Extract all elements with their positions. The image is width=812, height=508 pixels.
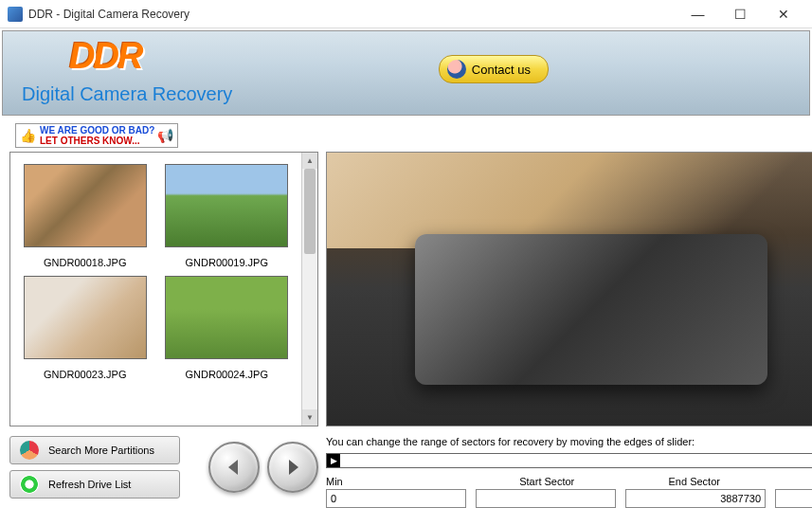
- scroll-grip[interactable]: [304, 169, 316, 254]
- logo-text: DDR: [69, 36, 141, 77]
- start-sector-label: Start Sector: [474, 476, 622, 487]
- header-banner: DDR Digital Camera Recovery Contact us: [2, 30, 810, 116]
- search-partitions-button[interactable]: Search More Partitions: [9, 436, 180, 464]
- thumbnail-item[interactable]: GNDR00018.JPG: [16, 164, 154, 268]
- pie-chart-icon: [20, 441, 39, 460]
- thumbnail-filename: GNDR00018.JPG: [16, 257, 154, 268]
- contact-us-button[interactable]: Contact us: [439, 55, 549, 83]
- app-icon: [8, 7, 23, 22]
- sector-description: You can change the range of sectors for …: [326, 436, 812, 447]
- thumbnail-image: [165, 276, 288, 359]
- next-button[interactable]: [267, 442, 318, 493]
- arrow-left-icon: [223, 456, 245, 479]
- sector-panel: You can change the range of sectors for …: [326, 436, 812, 508]
- window-title: DDR - Digital Camera Recovery: [28, 8, 677, 21]
- megaphone-icon: 📢: [157, 128, 173, 143]
- min-label: Min: [326, 476, 474, 487]
- thumbnail-item[interactable]: GNDR00023.JPG: [16, 276, 154, 380]
- thumbnail-panel: GNDR00018.JPG GNDR00019.JPG GNDR00023.JP…: [9, 152, 318, 426]
- thumbnail-item[interactable]: GNDR00024.JPG: [158, 276, 297, 380]
- thumbnail-filename: GNDR00019.JPG: [158, 257, 297, 268]
- refresh-icon: [20, 475, 39, 494]
- thumbnail-image: [24, 164, 147, 247]
- contact-label: Contact us: [472, 63, 531, 77]
- feedback-text: WE ARE GOOD OR BAD? LET OTHERS KNOW...: [40, 125, 154, 146]
- scroll-down-icon[interactable]: ▼: [302, 409, 317, 426]
- thumbnail-filename: GNDR00024.JPG: [158, 369, 297, 380]
- refresh-drive-button[interactable]: Refresh Drive List: [9, 470, 180, 499]
- close-button[interactable]: ✕: [762, 0, 804, 28]
- min-input[interactable]: [326, 489, 466, 508]
- start-sector-input[interactable]: [476, 489, 616, 508]
- prev-button[interactable]: [208, 442, 260, 493]
- app-subtitle: Digital Camera Recovery: [22, 83, 232, 105]
- titlebar: DDR - Digital Camera Recovery — ☐ ✕: [0, 0, 812, 28]
- arrow-right-icon: [281, 456, 304, 479]
- sector-slider[interactable]: ▶ ◀: [326, 453, 812, 468]
- thumbnail-filename: GNDR00023.JPG: [16, 369, 154, 380]
- preview-pane: [326, 152, 812, 426]
- end-sector-label: End Sector: [621, 476, 768, 487]
- thumbs-up-icon: 👍: [20, 128, 36, 143]
- scroll-track[interactable]: [302, 169, 317, 409]
- thumbnail-image: [24, 276, 147, 359]
- thumbnail-image: [165, 164, 288, 247]
- minimize-button[interactable]: —: [677, 0, 719, 28]
- scroll-up-icon[interactable]: ▲: [302, 153, 317, 169]
- thumbnail-item[interactable]: GNDR00019.JPG: [158, 164, 297, 268]
- maximize-button[interactable]: ☐: [719, 0, 762, 28]
- scrollbar[interactable]: ▲ ▼: [301, 153, 317, 426]
- person-icon: [447, 60, 466, 79]
- slider-handle-left[interactable]: ▶: [327, 454, 340, 467]
- max-label: Max: [768, 476, 813, 487]
- end-sector-input[interactable]: [625, 489, 766, 508]
- feedback-banner[interactable]: 👍 WE ARE GOOD OR BAD? LET OTHERS KNOW...…: [15, 123, 178, 148]
- max-input[interactable]: [775, 489, 812, 508]
